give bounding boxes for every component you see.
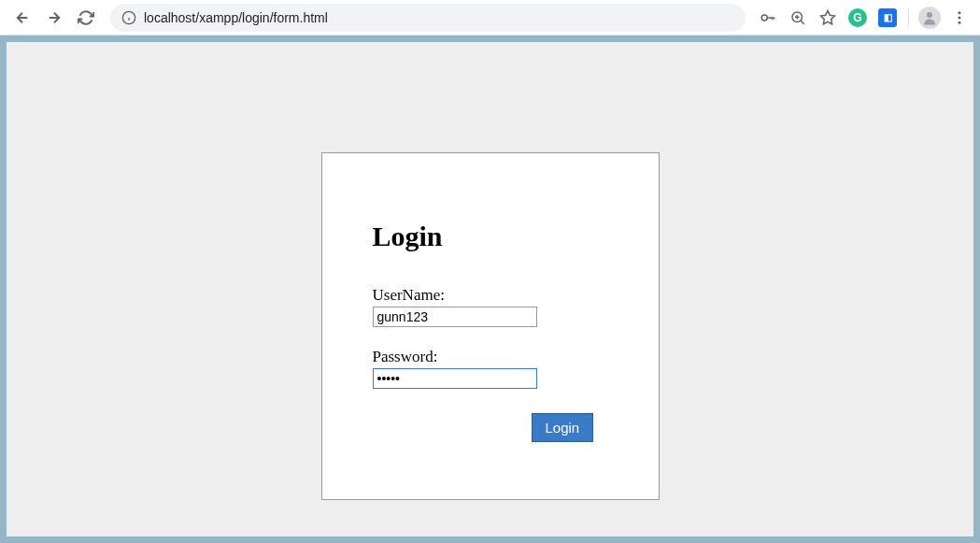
svg-marker-11 xyxy=(821,10,835,23)
back-button[interactable] xyxy=(7,3,37,33)
password-label: Password: xyxy=(373,348,608,366)
bookmark-button[interactable] xyxy=(815,5,841,31)
extension-grammarly[interactable]: G xyxy=(845,5,871,31)
page-content[interactable]: Login UserName: Password: Login xyxy=(7,42,973,536)
password-input[interactable] xyxy=(373,368,537,389)
star-icon xyxy=(819,9,836,26)
avatar-icon xyxy=(918,7,941,29)
toolbar-right: G ◧ xyxy=(755,5,973,31)
username-input[interactable] xyxy=(373,307,537,327)
key-icon xyxy=(760,9,776,26)
svg-point-15 xyxy=(959,21,961,23)
login-button[interactable]: Login xyxy=(532,413,594,442)
info-icon xyxy=(121,10,136,25)
zoom-button[interactable] xyxy=(785,5,811,31)
arrow-left-icon xyxy=(14,9,31,26)
menu-button[interactable] xyxy=(946,5,973,31)
extension-other[interactable]: ◧ xyxy=(874,5,901,31)
username-label: UserName: xyxy=(373,286,608,305)
grammarly-icon: G xyxy=(848,8,867,27)
toolbar-divider xyxy=(908,8,909,27)
login-button-wrap: Login xyxy=(532,413,608,442)
extension-blue-icon: ◧ xyxy=(878,8,897,27)
svg-point-13 xyxy=(959,11,961,14)
reload-button[interactable] xyxy=(71,3,101,33)
svg-line-8 xyxy=(801,21,804,24)
login-card: Login UserName: Password: Login xyxy=(321,152,660,500)
profile-button[interactable] xyxy=(916,5,943,31)
svg-point-12 xyxy=(927,12,932,18)
reload-icon xyxy=(78,9,94,26)
browser-toolbar: localhost/xampp/login/form.html G ◧ xyxy=(0,0,980,36)
arrow-right-icon xyxy=(46,9,63,26)
svg-point-14 xyxy=(959,16,961,19)
svg-point-3 xyxy=(761,15,767,21)
url-text: localhost/xampp/login/form.html xyxy=(144,10,328,25)
login-title: Login xyxy=(373,221,608,252)
forward-button[interactable] xyxy=(39,3,69,33)
password-key-icon[interactable] xyxy=(755,5,781,31)
address-bar[interactable]: localhost/xampp/login/form.html xyxy=(110,4,746,32)
magnify-icon xyxy=(789,9,806,26)
dots-vertical-icon xyxy=(951,9,968,26)
browser-viewport: Login UserName: Password: Login xyxy=(0,36,980,543)
